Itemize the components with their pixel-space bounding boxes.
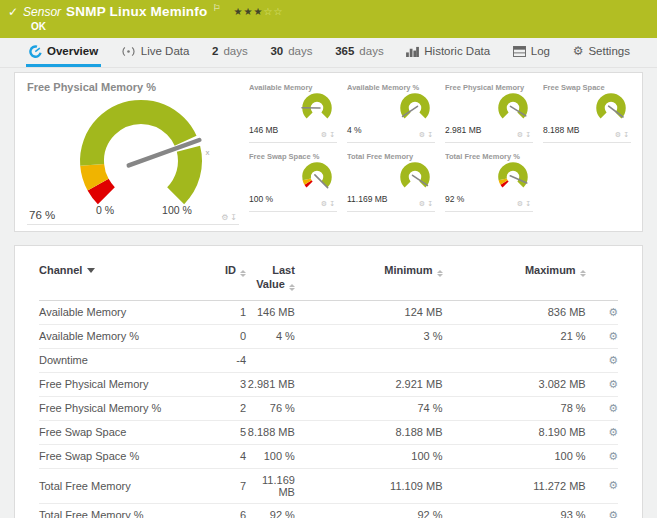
cell-channel: Free Physical Memory bbox=[39, 372, 201, 396]
gear-icon: ⚙ bbox=[573, 45, 584, 57]
column-header-minimum[interactable]: Minimum bbox=[295, 258, 443, 300]
pin-icon[interactable]: ↧ bbox=[525, 200, 531, 208]
gear-icon[interactable]: ⚙ bbox=[419, 200, 425, 208]
column-header-actions bbox=[586, 258, 618, 300]
cell-channel: Available Memory % bbox=[39, 324, 201, 348]
channel-settings-icon[interactable]: ⚙ bbox=[586, 300, 618, 324]
cell-last-value bbox=[246, 348, 295, 372]
table-row: Free Physical Memory32.981 MB2.921 MB3.0… bbox=[39, 372, 618, 396]
tab-label: Historic Data bbox=[424, 45, 490, 57]
cell-channel: Downtime bbox=[39, 348, 201, 372]
column-header-last-value[interactable]: Last Value bbox=[246, 258, 295, 300]
column-header-maximum[interactable]: Maximum bbox=[443, 258, 586, 300]
cell-channel: Available Memory bbox=[39, 300, 201, 324]
sensor-title: SNMP Linux Meminfo bbox=[66, 4, 207, 19]
mini-gauge bbox=[495, 90, 531, 128]
gear-icon[interactable]: ⚙ bbox=[517, 200, 523, 208]
pin-icon[interactable]: ↧ bbox=[427, 200, 433, 208]
tab-label: days bbox=[359, 45, 383, 57]
channel-settings-icon[interactable]: ⚙ bbox=[586, 468, 618, 503]
gear-icon[interactable]: ⚙ bbox=[517, 131, 523, 139]
pin-icon[interactable]: ↧ bbox=[623, 131, 629, 139]
cell-maximum: 8.190 MB bbox=[443, 420, 586, 444]
table-row: Free Swap Space58.188 MB8.188 MB8.190 MB… bbox=[39, 420, 618, 444]
cell-last-value: 100 % bbox=[246, 444, 295, 468]
mini-gauge bbox=[397, 159, 433, 197]
gear-icon[interactable]: ⚙ bbox=[419, 131, 425, 139]
mini-gauge bbox=[593, 90, 629, 128]
table-row: Downtime-4⚙ bbox=[39, 348, 618, 372]
tab-historic-data[interactable]: Historic Data bbox=[403, 38, 493, 67]
mini-gauge-value: 92 % bbox=[445, 194, 464, 204]
cell-minimum: 11.109 MB bbox=[295, 468, 443, 503]
svg-text:100 %: 100 % bbox=[162, 204, 192, 216]
cell-maximum bbox=[443, 348, 586, 372]
tab-live-data[interactable]: Live Data bbox=[118, 38, 193, 67]
star-rating[interactable]: ★★★☆☆ bbox=[234, 6, 284, 17]
channel-settings-icon[interactable]: ⚙ bbox=[586, 324, 618, 348]
pin-icon[interactable]: ↧ bbox=[329, 131, 335, 139]
mini-gauge bbox=[397, 90, 433, 128]
cell-id: 7 bbox=[201, 468, 246, 503]
mini-gauge-panel: Free Swap Space8.188 MB⚙↧ bbox=[543, 81, 631, 143]
channel-settings-icon[interactable]: ⚙ bbox=[586, 420, 618, 444]
flag-icon[interactable]: ⚐ bbox=[212, 3, 220, 13]
channel-settings-icon[interactable]: ⚙ bbox=[586, 396, 618, 420]
tab-settings[interactable]: ⚙Settings bbox=[570, 38, 633, 67]
pin-icon[interactable]: ↧ bbox=[329, 200, 335, 208]
cell-channel: Free Swap Space bbox=[39, 420, 201, 444]
cell-minimum: 92 % bbox=[295, 503, 443, 518]
cell-minimum: 100 % bbox=[295, 444, 443, 468]
cell-minimum: 2.921 MB bbox=[295, 372, 443, 396]
cell-maximum: 3.082 MB bbox=[443, 372, 586, 396]
gear-icon[interactable]: ⚙ bbox=[321, 200, 327, 208]
mini-gauge bbox=[299, 159, 335, 197]
tab-30-days[interactable]: 30days bbox=[267, 38, 315, 67]
sort-icon bbox=[437, 270, 443, 277]
table-row: Free Physical Memory %276 %74 %78 %⚙ bbox=[39, 396, 618, 420]
cell-last-value: 146 MB bbox=[246, 300, 295, 324]
cell-id: 4 bbox=[201, 444, 246, 468]
mini-gauge-value: 8.188 MB bbox=[543, 125, 579, 135]
gear-icon[interactable]: ⚙ bbox=[615, 131, 621, 139]
tab-label: Log bbox=[531, 45, 550, 57]
svg-text:0 %: 0 % bbox=[96, 204, 114, 216]
mini-gauge-value: 146 MB bbox=[249, 125, 278, 135]
column-header-id[interactable]: ID bbox=[201, 258, 246, 300]
cell-last-value: 2.981 MB bbox=[246, 372, 295, 396]
mini-gauge-panel: Available Memory146 MB⚙↧ bbox=[249, 81, 337, 143]
main-gauge: 0 %100 %x bbox=[33, 87, 243, 223]
gear-icon[interactable]: ⚙ bbox=[321, 131, 327, 139]
cell-channel: Free Physical Memory % bbox=[39, 396, 201, 420]
mini-gauge-panel: Total Free Memory11.169 MB⚙↧ bbox=[347, 150, 435, 212]
mini-gauge-panel: Free Swap Space %100 %⚙↧ bbox=[249, 150, 337, 212]
table-row: Total Free Memory711.169 MB11.109 MB11.2… bbox=[39, 468, 618, 503]
channel-table: Channel ID Last Value Minimum Maximum Av… bbox=[39, 258, 618, 518]
tab-log[interactable]: Log bbox=[510, 38, 553, 67]
cell-last-value: 4 % bbox=[246, 324, 295, 348]
channel-settings-icon[interactable]: ⚙ bbox=[586, 372, 618, 396]
gear-icon[interactable]: ⚙ bbox=[221, 213, 228, 222]
column-header-channel[interactable]: Channel bbox=[39, 258, 201, 300]
tab-2-days[interactable]: 2days bbox=[209, 38, 251, 67]
channel-table-card: Channel ID Last Value Minimum Maximum Av… bbox=[14, 245, 643, 518]
cell-id: 0 bbox=[201, 324, 246, 348]
pin-icon[interactable]: ↧ bbox=[525, 131, 531, 139]
cell-maximum: 11.272 MB bbox=[443, 468, 586, 503]
chart-icon bbox=[406, 46, 419, 57]
status-badge: OK bbox=[8, 21, 647, 32]
pin-icon[interactable]: ↧ bbox=[427, 131, 433, 139]
sort-icon bbox=[240, 270, 246, 277]
cell-maximum: 21 % bbox=[443, 324, 586, 348]
main-gauge-panel: Free Physical Memory % 0 %100 %x 76 % ⚙↧ bbox=[27, 81, 239, 225]
tab-365-days[interactable]: 365days bbox=[332, 38, 386, 67]
tab-label: days bbox=[223, 45, 247, 57]
channel-settings-icon[interactable]: ⚙ bbox=[586, 444, 618, 468]
cell-id: 5 bbox=[201, 420, 246, 444]
tab-label: Live Data bbox=[141, 45, 190, 57]
pin-icon[interactable]: ↧ bbox=[230, 213, 237, 222]
channel-settings-icon[interactable]: ⚙ bbox=[586, 503, 618, 518]
tab-overview[interactable]: Overview bbox=[26, 38, 101, 67]
svg-text:x: x bbox=[205, 148, 209, 157]
channel-settings-icon[interactable]: ⚙ bbox=[586, 348, 618, 372]
